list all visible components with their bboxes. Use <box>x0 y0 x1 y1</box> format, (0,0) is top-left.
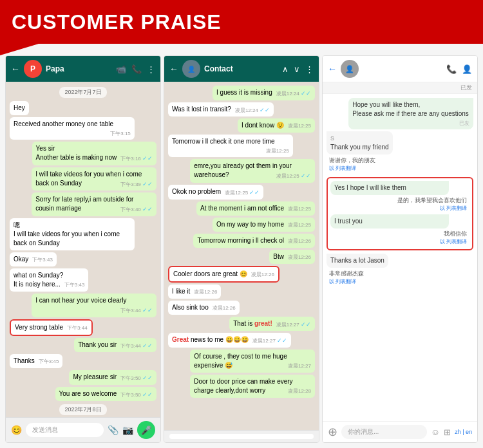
highlight-box-3: Yes I hope I will like them 是的，我希望我会喜欢他们… <box>327 177 473 250</box>
chat-inputbar-2 <box>164 430 319 442</box>
msg-chat2-4: Tomorrow i ll check it one more time 凌晨1… <box>168 135 293 157</box>
chat-inputbar-3: ⊕ 你的消息... ☺ ⊞ zh | en <box>323 421 477 442</box>
avatar-2: 👤 <box>182 60 200 78</box>
camera-icon-1[interactable]: 📷 <box>122 425 133 435</box>
topbar-icons-3: 📞 👤 <box>446 64 472 74</box>
msg-chat3-3-translated: 是的，我希望我会喜欢他们 以 列表翻译 <box>330 195 469 213</box>
contact-info-1: Papa <box>46 64 112 73</box>
back-arrow-3[interactable]: ← <box>328 64 337 74</box>
msg-chat2-9: Tomorrow morning i ll check ol 凌晨12:26 <box>193 234 315 248</box>
msg-recv-highlight-1: Very strong table 下午3:44 <box>10 319 93 336</box>
msg-chat2-8: On my way to my home 凌晨12:25 <box>213 218 315 232</box>
msg-sent-2: I will take videos for you when i come b… <box>32 167 156 191</box>
chat-inputbar-1: 😊 发送消息 📎 📷 🎤 <box>6 417 160 442</box>
msg-sent-5: Thank you sir 下午3:44 ✓✓ <box>74 338 156 353</box>
chat-topbar-2: ← 👤 Contact ∧ ∨ ⋮ <box>164 56 319 82</box>
plus-icon-3[interactable]: ⊕ <box>328 425 337 439</box>
msg-recv-3: 嗯I will take videos for you when i come … <box>10 218 135 250</box>
msg-recv-5: what on Sunday?It is noisy here... 下午3:4… <box>10 268 88 292</box>
header-banner: CUSTOMER PRAISE <box>0 0 483 44</box>
msg-chat2-1: I guess it is missing 凌晨12:24 ✓✓ <box>213 86 315 100</box>
input-field-2[interactable] <box>169 434 314 439</box>
chat-topbar-1: ← P Papa 📹 📞 ⋮ <box>6 56 160 82</box>
chat-topbar-3: ← 👤 📞 👤 <box>323 56 477 82</box>
msg-recv-6: Thanks 下午3:45 <box>10 354 62 368</box>
msg-recv-4: Okay 下午3:43 <box>10 252 57 266</box>
chevron-down-icon[interactable]: ∨ <box>294 64 300 74</box>
attach-icon-1[interactable]: 📎 <box>108 425 118 435</box>
msg-chat3-3: Yes I hope I will like them <box>330 181 449 195</box>
contact-info-2: Contact <box>204 64 278 73</box>
msg-chat2-6: Okok no problem 凌晨12:25 ✓✓ <box>168 185 263 200</box>
contact-name-2: Contact <box>204 64 278 73</box>
chat-body-1: 2022年7月7日 Hey Received another money one… <box>6 82 160 417</box>
msg-chat2-15: Great news to me 😀😀😀 凌晨12:27 ✓✓ <box>168 333 291 348</box>
msg-chat2-5: emre,you already got them in your wareho… <box>190 159 315 183</box>
msg-sent-3: Sorry for late reply,i am outside for co… <box>32 192 156 216</box>
chat-body-2: I guess it is missing 凌晨12:24 ✓✓ Was it … <box>164 82 319 430</box>
msg-sent-4: I can not hear your voice clearly 下午3:44… <box>32 294 156 317</box>
msg-chat3-2-translated: 谢谢你，我的朋友 以 列表翻译 <box>327 156 378 174</box>
msg-recv-1: Hey <box>10 101 29 115</box>
back-arrow-1[interactable]: ← <box>11 64 20 74</box>
msg-chat3-5-translated: 非常感谢杰森 以 列表翻译 <box>327 270 366 287</box>
msg-chat3-2: S Thank you my friend <box>327 131 393 154</box>
chats-container: ← P Papa 📹 📞 ⋮ 2022年7月7日 Hey Received an… <box>0 44 483 448</box>
chevron-up-icon[interactable]: ∧ <box>282 64 289 74</box>
menu-icon-2[interactable]: ⋮ <box>305 64 314 74</box>
topbar-icons-2: ∧ ∨ ⋮ <box>282 64 314 74</box>
emoji-icon-1[interactable]: 😊 <box>11 425 22 435</box>
back-arrow-2[interactable]: ← <box>169 64 178 74</box>
msg-chat2-17: Door to door price can make every charge… <box>190 375 315 398</box>
avatar-1: P <box>24 60 42 78</box>
person-icon-3[interactable]: 👤 <box>462 64 472 74</box>
lang-label-3: zh | en <box>455 429 472 435</box>
msg-chat2-3: I dont know 😟 凌晨12:25 <box>238 118 315 133</box>
sub-header-3: 已发 <box>323 82 477 94</box>
header-title: CUSTOMER PRAISE <box>12 10 222 34</box>
input-field-3[interactable]: 你的消息... <box>341 425 427 439</box>
video-icon-1[interactable]: 📹 <box>116 64 126 74</box>
msg-chat2-10: Btw 凌晨12:26 <box>269 250 315 264</box>
msg-chat2-14: That is great! 凌晨12:27 ✓✓ <box>229 317 315 331</box>
translate-icon-3[interactable]: ⊞ <box>444 427 451 437</box>
msg-chat3-5: Thanks a lot Jason <box>327 254 388 268</box>
msg-chat2-2: Was it lost in transit? 凌晨12:24 ✓✓ <box>168 102 274 117</box>
msg-sent-6: My pleasure sir 下午3:50 ✓✓ <box>69 370 156 385</box>
msg-sent-7: You are so welcome 下午3:50 ✓✓ <box>55 387 156 402</box>
msg-chat2-13: Also sink too 凌晨12:26 <box>168 301 240 315</box>
date-divider-1: 2022年7月7日 <box>59 87 106 98</box>
msg-chat3-4-translated: 我相信你 以 列表翻译 <box>330 229 469 247</box>
topbar-icons-1: 📹 📞 ⋮ <box>116 64 155 74</box>
chat-panel-1: ← P Papa 📹 📞 ⋮ 2022年7月7日 Hey Received an… <box>5 55 161 443</box>
date-divider-2: 2022年7月8日 <box>59 404 106 415</box>
chat-panel-2: ← 👤 Contact ∧ ∨ ⋮ I guess it is missing … <box>164 55 319 443</box>
chat-body-3: Hope you will like them,Please ask me if… <box>323 94 477 421</box>
msg-sent-1: Yes sirAnother table is making now 下午3:1… <box>32 142 156 165</box>
msg-chat3-4: I trust you <box>330 214 449 229</box>
chat-panel-3: ← 👤 📞 👤 已发 Hope you will like them,Pleas… <box>322 55 478 443</box>
contact-name-1: Papa <box>46 64 112 73</box>
emoji-icon-3[interactable]: ☺ <box>431 427 440 437</box>
call-icon-1[interactable]: 📞 <box>131 64 142 74</box>
mic-btn-1[interactable]: 🎤 <box>137 421 155 439</box>
input-field-1[interactable]: 发送消息 <box>26 423 104 437</box>
avatar-3: 👤 <box>341 60 359 78</box>
msg-chat2-7: At the moment i am not office 凌晨12:25 <box>196 201 315 216</box>
menu-icon-1[interactable]: ⋮ <box>147 64 155 74</box>
msg-chat2-16: Of course , they cost to me huge expensi… <box>190 350 315 373</box>
msg-chat2-12: I like it 凌晨12:26 <box>168 285 221 299</box>
msg-chat3-1: Hope you will like them,Please ask me if… <box>348 98 473 129</box>
msg-chat2-11: Cooler doors are great 😊 凌晨12:26 <box>168 266 279 283</box>
msg-recv-2: Received another money one table 下午3:15 <box>10 117 135 140</box>
call-icon-3[interactable]: 📞 <box>446 64 457 74</box>
